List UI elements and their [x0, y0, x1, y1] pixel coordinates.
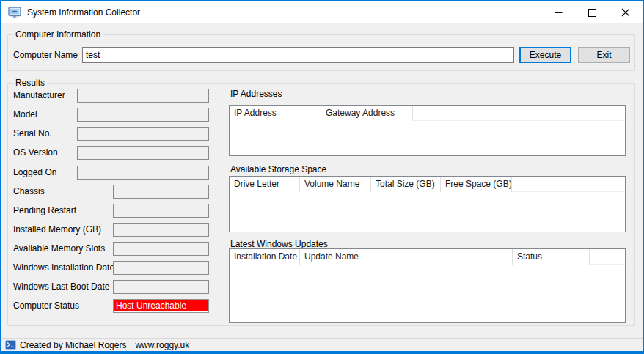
storage-listview[interactable]: Drive Letter Volume Name Total Size (GB)…	[229, 176, 626, 232]
listview-column-header[interactable]: Update Name	[300, 249, 513, 265]
result-field-value[interactable]	[113, 261, 209, 275]
app-window: System Information Collector Computer In…	[0, 0, 644, 354]
ip-addresses-listview[interactable]: IP Address Gateway Address	[229, 105, 626, 156]
result-field-value[interactable]: Host Unreachable	[113, 299, 209, 313]
result-field-value[interactable]	[77, 166, 209, 180]
result-field-value[interactable]	[113, 223, 209, 237]
updates-title: Latest Windows Updates	[230, 239, 328, 249]
computer-name-label: Computer Name	[13, 47, 78, 63]
listview-column-header[interactable]: Free Space (GB)	[441, 177, 512, 192]
result-field-value[interactable]	[113, 242, 209, 256]
result-field-label: Windows Last Boot Date	[13, 280, 109, 294]
listview-column-header[interactable]: Volume Name	[300, 177, 371, 192]
statusbar-url: www.roggy.uk	[135, 340, 189, 350]
listview-column-header[interactable]: Total Size (GB)	[371, 177, 441, 192]
close-button[interactable]	[609, 1, 643, 23]
updates-header: Installation Date Update Name Status	[230, 249, 625, 265]
app-icon	[8, 6, 21, 19]
maximize-button[interactable]	[575, 1, 609, 23]
result-field-label: Manufacturer	[13, 89, 65, 103]
ip-addresses-title: IP Addresses	[230, 89, 282, 99]
ip-addresses-header: IP Address Gateway Address	[230, 106, 625, 121]
title-bar: System Information Collector	[1, 1, 643, 23]
result-field-value[interactable]	[77, 127, 209, 141]
result-field-label: Available Memory Slots	[13, 242, 105, 256]
result-field-value[interactable]	[77, 89, 209, 103]
result-field-value[interactable]	[113, 204, 209, 218]
result-field-label: Installed Memory (GB)	[13, 223, 101, 237]
window-title: System Information Collector	[27, 7, 140, 18]
result-field-label: Model	[13, 108, 37, 122]
listview-column-header[interactable]: IP Address	[230, 106, 321, 121]
status-bar: Created by Michael Rogers www.roggy.uk	[1, 338, 643, 351]
minimize-button[interactable]	[541, 1, 575, 23]
minimize-icon	[555, 9, 563, 17]
result-field-label: Computer Status	[13, 299, 79, 313]
exit-button[interactable]: Exit	[578, 47, 630, 63]
result-field-label: Serial No.	[13, 127, 52, 141]
execute-button[interactable]: Execute	[519, 47, 571, 63]
listview-column-header[interactable]: Gateway Address	[321, 106, 413, 121]
updates-listview[interactable]: Installation Date Update Name Status	[229, 248, 626, 323]
listview-column-header[interactable]: Installation Date	[230, 249, 300, 265]
result-field-value[interactable]	[77, 146, 209, 160]
listview-column-header[interactable]: Status	[513, 249, 590, 265]
result-field-value[interactable]	[113, 185, 209, 199]
computer-information-group-label: Computer Information	[13, 29, 103, 40]
result-field-value[interactable]	[77, 108, 209, 122]
result-field-label: OS Version	[13, 146, 58, 160]
maximize-icon	[588, 9, 596, 17]
listview-column-header[interactable]: Drive Letter	[230, 177, 300, 192]
computer-name-input[interactable]	[82, 47, 514, 63]
statusbar-credit: Created by Michael Rogers	[20, 340, 126, 350]
window-controls	[541, 1, 643, 23]
results-group-label: Results	[13, 78, 47, 88]
powershell-icon	[5, 340, 16, 350]
storage-header: Drive Letter Volume Name Total Size (GB)…	[230, 177, 625, 192]
computer-information-group: Computer Information Computer Name Execu…	[7, 34, 635, 71]
close-icon	[621, 8, 630, 17]
storage-title: Available Storage Space	[230, 164, 326, 174]
result-field-label: Logged On	[13, 166, 56, 180]
result-field-value[interactable]	[113, 280, 209, 294]
result-field-label: Windows Installation Date	[13, 261, 114, 275]
result-field-label: Chassis	[13, 185, 45, 199]
result-field-label: Pending Restart	[13, 204, 76, 218]
